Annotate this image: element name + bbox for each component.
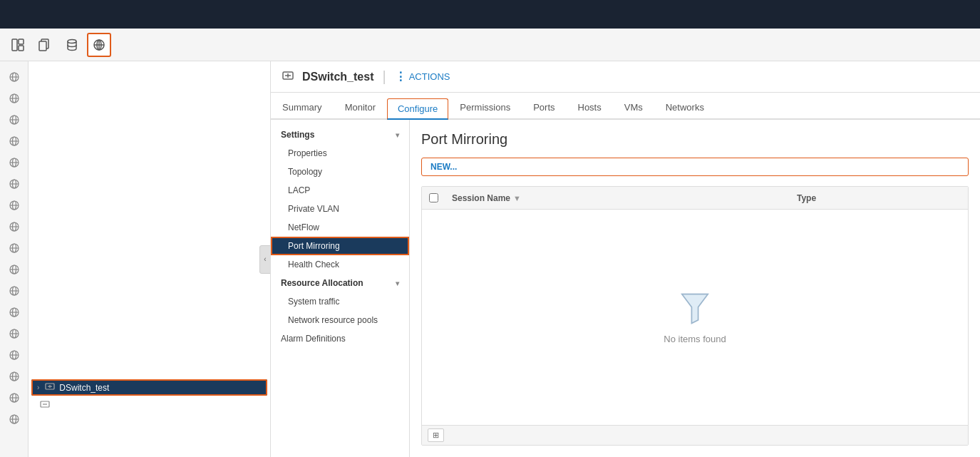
settings-section-header[interactable]: Settings ▾ [271,125,409,144]
menu-alarm-definitions[interactable]: Alarm Definitions [271,329,409,348]
settings-chevron-icon: ▾ [396,131,399,139]
menu-health-check[interactable]: Health Check [271,255,409,274]
column-type: Type [790,189,968,207]
new-button[interactable]: NEW... [421,158,969,176]
nav-item-3[interactable] [4,110,24,130]
data-table: Session Name ▼ Type [421,186,969,446]
nav-item-14[interactable] [4,345,24,365]
header-divider: | [382,68,386,85]
nav-item-16[interactable] [4,388,24,408]
svg-rect-0 [12,39,17,51]
menu-port-mirroring[interactable]: Port Mirroring [271,237,409,255]
tree-content: › DSwitch_test [29,61,270,457]
actions-dots-icon: ⋮ [395,70,406,83]
nav-item-13[interactable] [4,324,24,344]
menu-private-vlan[interactable]: Private VLAN [271,200,409,218]
menu-netflow[interactable]: NetFlow [271,218,409,237]
actions-label: ACTIONS [409,71,450,82]
network-icon[interactable] [87,33,111,57]
tab-permissions[interactable]: Permissions [448,96,522,120]
resource-allocation-label: Resource Allocation [281,278,363,288]
session-name-label: Session Name [452,193,510,203]
table-header: Session Name ▼ Type [422,187,968,210]
left-menu: Settings ▾ Properties Topology LACP Priv… [271,120,410,457]
empty-funnel-icon [677,291,713,327]
actions-button[interactable]: ⋮ ACTIONS [395,70,450,83]
table-body: No items found [422,210,968,425]
main-layout: › DSwitch_test ‹ [0,61,980,457]
database-icon[interactable] [60,33,84,57]
right-panel: Port Mirroring NEW... Session Name ▼ [410,120,980,457]
resource-allocation-section-header[interactable]: Resource Allocation ▾ [271,274,409,292]
secondary-icon [40,399,50,411]
tab-networks[interactable]: Networks [654,96,716,120]
column-session-name: Session Name ▼ [445,189,790,207]
nav-item-8[interactable] [4,217,24,237]
session-filter-icon[interactable]: ▼ [513,194,521,202]
tab-bar: Summary Monitor Configure Permissions Po… [271,93,980,120]
tab-ports[interactable]: Ports [522,96,566,120]
nav-item-7[interactable] [4,195,24,215]
expand-arrow: › [37,384,39,391]
inner-content: Settings ▾ Properties Topology LACP Priv… [271,120,980,457]
menu-system-traffic[interactable]: System traffic [271,292,409,311]
tab-configure[interactable]: Configure [387,98,448,120]
columns-button[interactable]: ⊞ [428,428,444,442]
svg-rect-1 [19,39,24,44]
type-label: Type [797,193,816,203]
tree-item-dswitch[interactable]: › DSwitch_test [31,379,267,396]
tree-item-secondary[interactable] [29,397,270,414]
tab-summary[interactable]: Summary [271,96,334,120]
tree-item-label: DSwitch_test [59,383,109,393]
table-footer: ⊞ [422,425,968,445]
nav-item-11[interactable] [4,281,24,301]
nav-item-9[interactable] [4,238,24,258]
top-bar [0,0,980,29]
svg-rect-2 [19,46,24,51]
nav-item-2[interactable] [4,88,24,108]
columns-icon: ⊞ [433,431,439,440]
nav-item-12[interactable] [4,302,24,322]
nav-item-1[interactable] [4,67,24,87]
table-checkbox-header [422,189,445,207]
panel-title: Port Mirroring [421,131,969,148]
menu-lacp[interactable]: LACP [271,181,409,200]
menu-network-resource-pools[interactable]: Network resource pools [271,311,409,329]
tree-panel: › DSwitch_test ‹ [29,61,271,457]
content-area: DSwitch_test | ⋮ ACTIONS Summary Monitor… [271,61,980,457]
content-header: DSwitch_test | ⋮ ACTIONS [271,61,980,93]
left-icon-sidebar [0,61,29,457]
layout-icon[interactable] [6,33,30,57]
tab-monitor[interactable]: Monitor [334,96,387,120]
svg-rect-4 [39,41,46,51]
dswitch-icon [45,381,55,394]
nav-item-15[interactable] [4,366,24,386]
nav-item-4[interactable] [4,131,24,151]
tab-vms[interactable]: VMs [613,96,654,120]
nav-item-6[interactable] [4,174,24,194]
menu-properties[interactable]: Properties [271,144,409,163]
nav-item-10[interactable] [4,260,24,279]
collapse-panel-button[interactable]: ‹ [259,245,271,274]
tab-hosts[interactable]: Hosts [567,96,613,120]
dswitch-header-icon [282,70,294,83]
empty-text: No items found [664,334,726,344]
icon-toolbar [0,29,980,61]
page-title: DSwitch_test [302,71,373,83]
settings-label: Settings [281,130,314,140]
nav-item-17[interactable] [4,409,24,429]
nav-item-5[interactable] [4,153,24,173]
copy-icon[interactable] [33,33,57,57]
menu-topology[interactable]: Topology [271,163,409,181]
new-button-label: NEW... [430,162,457,172]
svg-point-5 [68,39,76,43]
empty-state: No items found [664,291,726,344]
select-all-checkbox[interactable] [429,193,438,202]
resource-chevron-icon: ▾ [396,279,399,287]
